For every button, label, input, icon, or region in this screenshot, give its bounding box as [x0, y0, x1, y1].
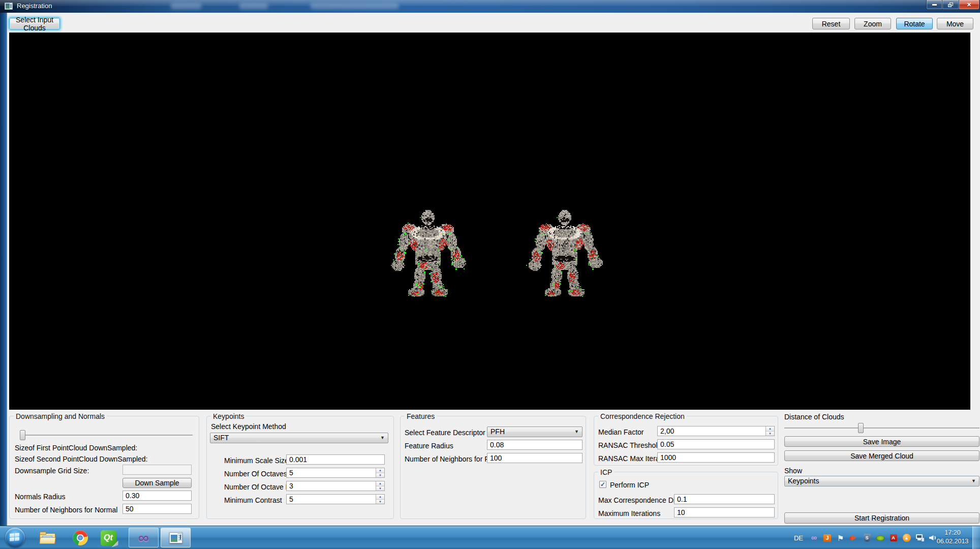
- feature-radius-field[interactable]: 0.08: [487, 440, 583, 450]
- minimize-icon: [932, 4, 937, 6]
- tray-visual-studio-icon[interactable]: ∞: [810, 534, 818, 542]
- group-title: Correspondence Rejection: [598, 412, 687, 420]
- group-title: ICP: [598, 468, 614, 476]
- check-icon: ✓: [600, 481, 605, 487]
- perform-icp-checkbox[interactable]: ✓: [599, 481, 606, 488]
- close-icon: ✕: [967, 2, 971, 8]
- feature-descriptor-combo[interactable]: PFH ▼: [487, 426, 583, 437]
- spin-up-button[interactable]: ▲: [376, 468, 384, 473]
- ransac-threshold-field[interactable]: 0.05: [657, 439, 775, 449]
- group-downsampling-normals: Downsampling and Normals Sizeof First Po…: [9, 416, 199, 519]
- background-window-blur: [170, 3, 202, 9]
- save-merged-cloud-button[interactable]: Save Merged Cloud: [784, 450, 979, 461]
- grid-size-field[interactable]: [122, 465, 192, 475]
- show-desktop-button[interactable]: [972, 526, 980, 549]
- show-label: Show: [784, 467, 802, 475]
- median-factor-spinbox[interactable]: 2,00 ▲▼: [657, 426, 775, 436]
- grid-size-label: Downsample Grid Size:: [15, 467, 89, 475]
- group-title: Features: [405, 412, 437, 420]
- ransac-iterations-field[interactable]: 1000: [657, 452, 775, 463]
- output-column: Distance of Clouds Save Image Save Merge…: [784, 413, 979, 538]
- tray-media-horn-icon[interactable]: [849, 534, 858, 542]
- spin-up-button[interactable]: ▲: [376, 495, 384, 500]
- taskbar-registration-app-button[interactable]: [161, 528, 191, 547]
- pointcloud-canvas[interactable]: [9, 33, 970, 410]
- move-button[interactable]: Move: [937, 18, 973, 29]
- distance-slider[interactable]: [784, 423, 979, 433]
- tray-update-icon[interactable]: ▲: [902, 534, 911, 542]
- normals-radius-label: Normals Radius: [15, 493, 66, 501]
- distance-of-clouds-label: Distance of Clouds: [784, 413, 844, 421]
- min-scale-field[interactable]: 0.001: [286, 454, 385, 465]
- window-titlebar[interactable]: Registration ✕: [0, 0, 980, 13]
- zoom-button[interactable]: Zoom: [854, 18, 891, 29]
- spin-up-button[interactable]: ▲: [766, 426, 774, 432]
- spin-down-button[interactable]: ▼: [376, 473, 384, 478]
- group-keypoints: Keypoints Select Keypoint Method SIFT ▼ …: [206, 416, 394, 519]
- size-first-label: Sizeof First PointCloud DownSampled:: [15, 444, 137, 452]
- octaves-spinbox[interactable]: 5 ▲▼: [286, 468, 385, 478]
- spin-down-button[interactable]: ▼: [376, 486, 384, 491]
- distance-slider-handle[interactable]: [858, 423, 864, 433]
- background-window-blur: [239, 3, 268, 9]
- taskbar-explorer-button[interactable]: [39, 530, 55, 546]
- minimize-button[interactable]: [926, 0, 942, 10]
- system-tray: DE ∞ J ⚑ S A ▲: [794, 526, 937, 549]
- restore-button[interactable]: [942, 0, 959, 10]
- keypoint-method-label: Select Keypoint Method: [211, 422, 286, 431]
- tray-nvidia-icon[interactable]: [876, 534, 884, 542]
- show-combo[interactable]: Keypoints ▼: [784, 476, 979, 486]
- spin-down-button[interactable]: ▼: [766, 432, 774, 436]
- downsample-slider[interactable]: [20, 430, 193, 440]
- spin-up-button[interactable]: ▲: [376, 481, 384, 486]
- feature-radius-label: Feature Radius: [405, 442, 453, 450]
- tray-security-shield-icon[interactable]: S: [863, 534, 871, 542]
- max-distance-field[interactable]: 0.1: [674, 494, 775, 504]
- perform-icp-label: Perform ICP: [610, 481, 649, 489]
- caption-buttons: ✕: [926, 0, 979, 10]
- keypoint-method-combo[interactable]: SIFT ▼: [210, 433, 388, 443]
- taskbar-chrome-button[interactable]: [72, 530, 88, 546]
- start-registration-button[interactable]: Start Registration: [784, 512, 979, 524]
- select-input-clouds-button[interactable]: Select Input Clouds: [9, 18, 60, 29]
- tray-network-icon[interactable]: [915, 534, 924, 542]
- clock-time: 17:20: [936, 529, 969, 537]
- group-title: Keypoints: [211, 412, 246, 420]
- contrast-spinbox[interactable]: 5 ▲▼: [286, 494, 385, 504]
- normals-radius-field[interactable]: 0.30: [122, 491, 192, 501]
- group-title: Downsampling and Normals: [14, 412, 107, 420]
- taskbar-qt-creator-button[interactable]: Qt: [100, 530, 116, 546]
- folder-icon: [40, 532, 55, 544]
- start-button[interactable]: [5, 528, 25, 547]
- neighbors-normal-field[interactable]: 50: [122, 504, 192, 514]
- window-title: Registration: [17, 2, 52, 10]
- tray-java-icon[interactable]: J: [823, 534, 832, 542]
- language-indicator[interactable]: DE: [794, 534, 803, 542]
- save-image-button[interactable]: Save Image: [784, 436, 979, 447]
- tray-adobe-reader-icon[interactable]: A: [889, 534, 898, 542]
- down-sample-button[interactable]: Down Sample: [122, 478, 192, 488]
- spin-down-button[interactable]: ▼: [376, 500, 384, 504]
- taskbar-visual-studio-button[interactable]: ∞: [129, 528, 159, 547]
- reset-button[interactable]: Reset: [812, 18, 850, 29]
- ransac-threshold-label: RANSAC Threshold: [598, 441, 661, 449]
- contrast-label: Minimum Contrast: [224, 496, 282, 504]
- downsample-slider-handle[interactable]: [20, 430, 25, 440]
- rotate-button[interactable]: Rotate: [896, 18, 933, 29]
- max-iterations-field[interactable]: 10: [674, 507, 775, 517]
- group-correspondence-rejection: Correspondence Rejection Median Factor 2…: [594, 416, 778, 466]
- median-factor-label: Median Factor: [598, 428, 644, 436]
- feature-neighbors-field[interactable]: 100: [487, 453, 583, 463]
- restore-icon: [948, 3, 953, 7]
- size-second-label: Sizeof Second PointCloud DownSampled:: [15, 455, 148, 463]
- windows-taskbar: Qt ∞ DE ∞ J ⚑ S A ▲ 17:20 06.02.2013: [0, 526, 980, 549]
- tray-action-center-flag-icon[interactable]: ⚑: [836, 534, 845, 542]
- per-scale-spinbox[interactable]: 3 ▲▼: [286, 481, 385, 491]
- close-button[interactable]: ✕: [959, 0, 979, 10]
- group-features: Features Select Feature Descriptor PFH ▼…: [400, 416, 586, 519]
- pointcloud-viewport[interactable]: [9, 33, 970, 410]
- min-scale-label: Minimum Scale Size: [224, 456, 289, 465]
- client-area: Select Input Clouds Reset Zoom Rotate Mo…: [7, 13, 980, 526]
- taskbar-clock[interactable]: 17:20 06.02.2013: [936, 529, 969, 546]
- clock-date: 06.02.2013: [936, 537, 969, 546]
